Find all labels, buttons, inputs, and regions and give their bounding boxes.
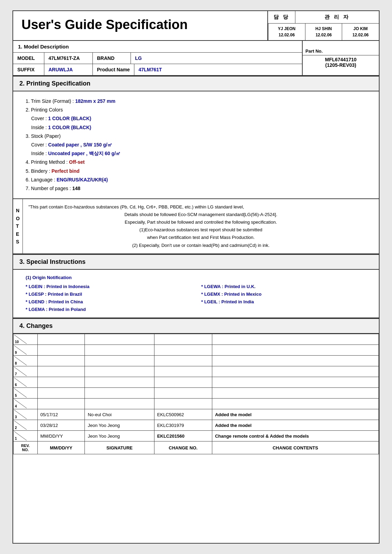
table-row: 3 05/17/12 No-eul Choi EKLC500962 Added …: [14, 409, 379, 420]
special-instructions-header: 3. Special Instructions: [13, 254, 379, 270]
change-date: 03/28/12: [37, 420, 85, 431]
person-1-date: 12.02.06: [270, 32, 304, 38]
person-2-date: 12.02.06: [307, 32, 341, 38]
product-name-value: 47LM761T: [134, 64, 302, 75]
origin-title: (1) Origin Notification: [26, 274, 366, 282]
origin-left-4: * LGEMA : Printed in Poland: [26, 306, 191, 313]
header-section: User's Guide Specification 담 당 관 리 자 YJ …: [13, 11, 379, 41]
right-header: 담 당 관 리 자 YJ JEON 12.02.06 HJ SHIN 12.02…: [268, 11, 379, 40]
model-table: 1. Model Description MODEL 47LM761T-ZA B…: [13, 41, 303, 75]
origin-right-1: * LGEWA : Printed in U.K.: [201, 283, 366, 291]
rev-cell: 2: [14, 420, 38, 431]
svg-text:3: 3: [15, 415, 17, 419]
change-no: EKLC201560: [154, 431, 212, 441]
change-signature: Jeon Yoo Jeong: [85, 420, 154, 431]
svg-text:4: 4: [15, 404, 17, 408]
printing-spec-header: 2. Printing Specification: [13, 76, 379, 91]
notes-line-4: (1)Eco-hazardous substances test report …: [28, 226, 373, 234]
brand-value: LG: [131, 53, 302, 64]
person-3-date: 12.02.06: [344, 32, 377, 38]
svg-text:1: 1: [15, 437, 17, 440]
person-1-name: YJ JEON: [270, 26, 304, 32]
svg-text:5: 5: [15, 394, 17, 397]
notes-line-6: (2) Especially, Don't use or contain lea…: [28, 242, 373, 249]
table-row: 6: [14, 377, 379, 388]
table-row: 8: [14, 356, 379, 366]
manager-label: 담 당: [268, 11, 295, 23]
spec-line-3: Cover : 1 COLOR (BLACK): [31, 114, 366, 123]
spec-line-10: 6. Language : ENG/RUS/KAZ/UKR(4): [26, 176, 366, 184]
brand-label: BRAND: [93, 53, 131, 64]
table-row: 10: [14, 334, 379, 345]
model-section-title: 1. Model Description: [13, 41, 302, 53]
table-row: 4: [14, 399, 379, 409]
rev-cell: 5: [14, 388, 38, 399]
notes-content: "This part contain Eco-hazardous substan…: [23, 199, 379, 253]
product-name-label: Product Name: [93, 64, 134, 75]
change-date: 05/17/12: [37, 409, 85, 420]
person-1: YJ JEON 12.02.06: [268, 24, 305, 40]
change-contents: Change remote control & Added the models: [212, 431, 378, 441]
spec-line-11: 7. Number of pages : 148: [26, 184, 366, 193]
suffix-label: SUFFIX: [13, 64, 44, 75]
table-row: 5: [14, 388, 379, 399]
change-signature: Jeon Yoo Jeong: [85, 431, 154, 441]
person-3-name: JO KIM: [344, 26, 377, 32]
changes-table: 10 9: [13, 334, 379, 454]
svg-text:10: 10: [15, 340, 19, 344]
model-row: MODEL 47LM761T-ZA BRAND LG: [13, 53, 302, 64]
printing-spec-content: 1. Trim Size (Format) : 182mm x 257 mm 2…: [13, 91, 379, 199]
origin-right-3: * LGEIL : Printed in India: [201, 298, 366, 306]
model-label: MODEL: [13, 53, 44, 64]
changes-header: 4. Changes: [13, 318, 379, 334]
rev-cell: 1: [14, 431, 38, 441]
header-signature: SIGNATURE: [85, 441, 154, 454]
table-row: 7: [14, 366, 379, 377]
part-block: Part No. MFL67441710 (1205-REV03): [303, 41, 379, 75]
manager-names: YJ JEON 12.02.06 HJ SHIN 12.02.06 JO KIM…: [268, 24, 379, 40]
origin-two-col: * LGEIN : Printed in Indonesia * LGESP :…: [26, 283, 366, 313]
change-date: MM/DD/YY: [37, 431, 85, 441]
table-row: 1 MM/DD/YY Jeon Yoo Jeong EKLC201560 Cha…: [14, 431, 379, 441]
model-value: 47LM761T-ZA: [44, 53, 93, 64]
person-3: JO KIM 12.02.06: [342, 24, 379, 40]
manager-label-row: 담 당 관 리 자: [268, 11, 379, 24]
svg-text:6: 6: [15, 383, 17, 387]
rev-cell: 7: [14, 366, 38, 377]
origin-left-col: * LGEIN : Printed in Indonesia * LGESP :…: [26, 283, 191, 313]
notes-line-1: "This part contain Eco-hazardous substan…: [28, 203, 373, 211]
notes-line-5: when Part certification test and First M…: [28, 234, 373, 241]
rev-cell: 6: [14, 377, 38, 388]
svg-text:2: 2: [15, 426, 17, 430]
spec-line-8: 4. Printing Method : Off-set: [26, 158, 366, 167]
notes-label-col: NOTES: [13, 199, 23, 253]
header-change-contents: CHANGE CONTENTS: [212, 441, 378, 454]
suffix-row: SUFFIX ARUWLJA Product Name 47LM761T: [13, 64, 302, 75]
table-row: 9: [14, 345, 379, 356]
change-contents: Added the model: [212, 409, 378, 420]
document-title: User's Guide Specification: [21, 17, 259, 32]
origin-right-col: * LGEWA : Printed in U.K. * LGEMX : Prin…: [201, 283, 366, 313]
notes-label: NOTES: [16, 207, 20, 245]
svg-text:7: 7: [15, 372, 17, 376]
origin-left-3: * LGEND : Printed in China: [26, 298, 191, 306]
rev-cell: 9: [14, 345, 38, 356]
header-rev-no: REV.NO.: [14, 441, 38, 454]
manager-kr-label: 관 리 자: [295, 11, 379, 23]
model-section: 1. Model Description MODEL 47LM761T-ZA B…: [13, 41, 379, 76]
notes-section: NOTES "This part contain Eco-hazardous s…: [13, 199, 379, 254]
person-2-name: HJ SHIN: [307, 26, 341, 32]
notes-line-2: Details should be followed Eco-SCM manag…: [28, 211, 373, 218]
spec-line-2: 2. Printing Colors: [26, 106, 366, 114]
person-2: HJ SHIN 12.02.06: [305, 24, 342, 40]
rev-cell: 4: [14, 399, 38, 409]
rev-cell: 8: [14, 356, 38, 366]
change-signature: No-eul Choi: [85, 409, 154, 420]
changes-section: 10 9: [13, 334, 379, 454]
rev-cell: 3: [14, 409, 38, 420]
spec-line-6: Cover : Coated paper , S/W 150 g/㎡: [31, 141, 366, 149]
header-date: MM/DD/YY: [37, 441, 85, 454]
header-change-no: CHANGE NO.: [154, 441, 212, 454]
change-no: EKLC500962: [154, 409, 212, 420]
table-row: 2 03/28/12 Jeon Yoo Jeong EKLC301979 Add…: [14, 420, 379, 431]
